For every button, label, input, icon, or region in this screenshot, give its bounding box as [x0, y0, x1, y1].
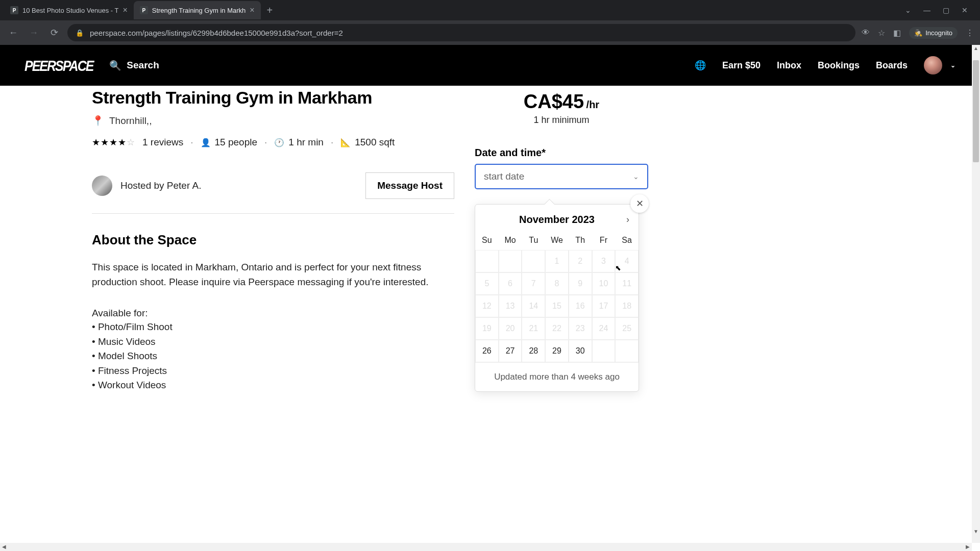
calendar-day[interactable]: 29: [545, 340, 569, 362]
header-nav: 🌐 Earn $50 Inbox Bookings Boards ⌄: [695, 56, 955, 74]
calendar-dow: Th: [569, 231, 592, 250]
incognito-badge[interactable]: 🕵 Incognito: [909, 27, 958, 39]
calendar-dow: Sa: [615, 231, 639, 250]
calendar-dow: We: [545, 231, 569, 250]
calendar-day-blank: [615, 340, 639, 362]
bookmark-icon[interactable]: ☆: [878, 28, 885, 38]
host-name: Hosted by Peter A.: [120, 180, 201, 191]
nav-inbox[interactable]: Inbox: [777, 60, 801, 71]
globe-icon[interactable]: 🌐: [695, 60, 706, 71]
host-avatar[interactable]: [92, 176, 112, 196]
nav-earn[interactable]: Earn $50: [722, 60, 761, 71]
calendar-footer: Updated more than 4 weeks ago: [475, 362, 639, 391]
scroll-up-icon[interactable]: ▲: [972, 45, 980, 51]
search-button[interactable]: 🔍 Search: [109, 60, 159, 71]
calendar-day: 24: [592, 317, 616, 340]
calendar-day: 16: [569, 295, 592, 317]
calendar-day[interactable]: 27: [499, 340, 522, 362]
calendar-day[interactable]: 28: [522, 340, 545, 362]
tab-close-icon[interactable]: ×: [122, 6, 127, 15]
back-button[interactable]: ←: [6, 28, 20, 38]
list-item: • Workout Videos: [92, 378, 454, 393]
favicon-icon: P: [10, 6, 18, 14]
favicon-icon: P: [140, 6, 148, 14]
user-avatar[interactable]: [924, 56, 942, 74]
separator: ·: [331, 137, 333, 148]
scroll-down-icon[interactable]: ▼: [972, 529, 980, 534]
nav-bookings[interactable]: Bookings: [818, 60, 860, 71]
calendar-grid: SuMoTuWeThFrSa12345678910111213141516171…: [475, 231, 639, 362]
search-icon: 🔍: [109, 60, 121, 71]
tab-title: 10 Best Photo Studio Venues - T: [22, 7, 118, 14]
calendar-day: 21: [522, 317, 545, 340]
maximize-button[interactable]: ▢: [943, 6, 949, 14]
calendar-dow: Su: [475, 231, 499, 250]
calendar-day: 13: [499, 295, 522, 317]
tab-title: Strength Training Gym in Markh: [152, 7, 246, 14]
horizontal-scrollbar[interactable]: ◀ ▶: [0, 543, 972, 551]
scroll-left-icon[interactable]: ◀: [2, 544, 6, 549]
reload-button[interactable]: ⟳: [47, 27, 61, 38]
price-block: CA$45 /hr 1 hr minimum: [475, 91, 648, 126]
url-text: peerspace.com/pages/listings/6299b4d6bde…: [90, 29, 343, 37]
calendar-day: 17: [592, 295, 616, 317]
calendar-dow: Tu: [522, 231, 545, 250]
calendar-day: 9: [569, 272, 592, 295]
area: 📐1500 sqft: [340, 137, 395, 148]
chevron-down-icon[interactable]: ⌄: [950, 62, 955, 69]
address-bar-actions: 👁 ☆ ◧ 🕵 Incognito ⋮: [862, 27, 974, 39]
peerspace-logo[interactable]: PEERSPACE: [24, 57, 93, 74]
browser-tab-active[interactable]: P Strength Training Gym in Markh ×: [134, 1, 261, 19]
person-icon: 👤: [201, 138, 211, 147]
available-label: Available for:: [92, 308, 454, 319]
kebab-menu-icon[interactable]: ⋮: [966, 28, 974, 38]
price-unit: /hr: [586, 99, 600, 110]
calendar-day: 5: [475, 272, 499, 295]
min-duration: 🕐1 hr min: [274, 137, 324, 148]
calendar-day[interactable]: 30: [569, 340, 592, 362]
listing-title: Strength Training Gym in Markham: [92, 88, 454, 108]
vertical-scrollbar[interactable]: ▲ ▼: [972, 45, 980, 543]
list-item: • Fitness Projects: [92, 364, 454, 379]
site-header: PEERSPACE 🔍 Search 🌐 Earn $50 Inbox Book…: [0, 45, 980, 86]
message-host-button[interactable]: Message Host: [365, 172, 454, 199]
incognito-label: Incognito: [925, 29, 952, 37]
page-content: Strength Training Gym in Markham 📍 Thorn…: [0, 86, 972, 543]
calendar-day: 23: [569, 317, 592, 340]
eye-off-icon[interactable]: 👁: [862, 28, 870, 37]
separator: ·: [264, 137, 267, 148]
scrollbar-thumb[interactable]: [973, 60, 979, 162]
window-close-button[interactable]: ✕: [962, 6, 968, 14]
calendar-dow: Mo: [499, 231, 522, 250]
about-heading: About the Space: [92, 232, 454, 248]
calendar-day-blank: [592, 340, 616, 362]
minimize-button[interactable]: —: [923, 6, 930, 14]
forward-button[interactable]: →: [27, 28, 41, 38]
pin-icon: 📍: [92, 115, 104, 127]
browser-tab[interactable]: P 10 Best Photo Studio Venues - T ×: [4, 1, 134, 19]
list-item: • Music Videos: [92, 335, 454, 349]
calendar-day: 15: [545, 295, 569, 317]
tab-close-icon[interactable]: ×: [250, 6, 254, 15]
calendar-month: November 2023: [519, 214, 595, 226]
extensions-icon[interactable]: ◧: [893, 28, 901, 38]
tab-dropdown-icon[interactable]: ⌄: [905, 6, 911, 14]
scroll-right-icon[interactable]: ▶: [966, 544, 970, 549]
calendar-day: 19: [475, 317, 499, 340]
start-date-select[interactable]: start date ⌄: [475, 164, 648, 189]
new-tab-button[interactable]: +: [261, 5, 279, 16]
listing-meta: ★★★★☆ 1 reviews · 👤15 people · 🕐1 hr min…: [92, 137, 454, 148]
calendar-header: November 2023 ›: [475, 205, 639, 231]
url-input[interactable]: 🔒 peerspace.com/pages/listings/6299b4d6b…: [67, 24, 855, 41]
nav-boards[interactable]: Boards: [876, 60, 908, 71]
rating-stars: ★★★★☆: [92, 137, 135, 148]
list-item: • Photo/Film Shoot: [92, 320, 454, 335]
review-count: 1 reviews: [142, 137, 183, 148]
calendar-next-button[interactable]: ›: [626, 214, 629, 225]
calendar-day[interactable]: 26: [475, 340, 499, 362]
calendar-dow: Fr: [592, 231, 616, 250]
host-row: Hosted by Peter A. Message Host: [92, 172, 454, 214]
calendar-day: 20: [499, 317, 522, 340]
browser-chrome: P 10 Best Photo Studio Venues - T × P St…: [0, 0, 980, 45]
calendar-day: 7: [522, 272, 545, 295]
